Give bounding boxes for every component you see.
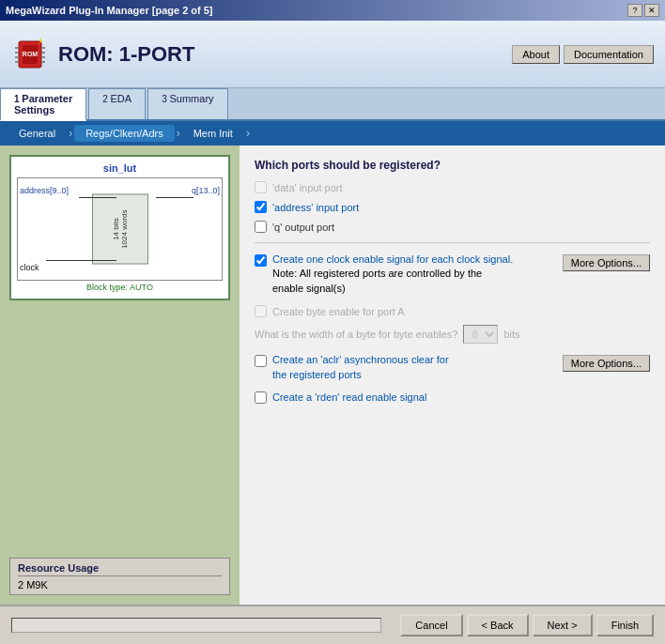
- clock-enable-row: Create one clock enable signal for each …: [255, 253, 553, 296]
- rden-checkbox[interactable]: [255, 391, 267, 404]
- cancel-button[interactable]: Cancel: [400, 614, 462, 636]
- q-port-checkbox[interactable]: [255, 221, 267, 233]
- rden-label: Create a 'rden' read enable signal: [272, 391, 426, 403]
- main-window: ROM ROM: 1-PORT About Documentation 1 Pa…: [0, 21, 665, 644]
- header-buttons: About Documentation: [512, 45, 654, 64]
- data-port-checkbox[interactable]: [255, 181, 267, 193]
- resource-value: 2 M9K: [18, 579, 222, 590]
- subtab-general[interactable]: General: [8, 125, 67, 142]
- page-title: ROM: 1-PORT: [58, 42, 194, 67]
- tabs-row1: 1 ParameterSettings 2 EDA 3 Summary: [0, 88, 665, 121]
- section-title: Which ports should be registered?: [255, 159, 650, 172]
- close-button[interactable]: ✕: [644, 4, 659, 17]
- clock-enable-left: Create one clock enable signal for each …: [255, 253, 553, 296]
- arrow-icon-3: ›: [246, 127, 250, 140]
- subtab-regs[interactable]: Regs/Clken/Adrs: [74, 125, 175, 142]
- title-bar: MegaWizard Plug-In Manager [page 2 of 5]…: [0, 0, 665, 21]
- aclr-line1: Create an 'aclr' asynchronous clear for: [272, 353, 449, 367]
- next-button[interactable]: Next >: [533, 614, 593, 636]
- byte-enable-label: Create byte enable for port A: [272, 306, 405, 317]
- data-port-label: 'data' input port: [272, 182, 343, 193]
- header: ROM ROM: 1-PORT About Documentation: [0, 21, 665, 88]
- clock-enable-checkbox[interactable]: [255, 254, 267, 267]
- scrollbar[interactable]: [11, 618, 381, 633]
- clock-signal: clock: [20, 263, 39, 272]
- tab2-num: 2: [102, 94, 110, 104]
- clock-enable-line1: Create one clock enable signal for each …: [272, 253, 513, 267]
- block-type-label: Block type: AUTO: [17, 283, 223, 292]
- tab-summary[interactable]: 3 Summary: [147, 88, 227, 119]
- content-area: sin_lut address[9..0] clock q[13..0] 14 …: [0, 146, 665, 605]
- help-button[interactable]: ?: [627, 4, 642, 17]
- address-signal: address[9..0]: [20, 186, 69, 195]
- byte-width-unit: bits: [503, 329, 519, 340]
- rom-icon: ROM: [11, 36, 49, 73]
- aclr-text: Create an 'aclr' asynchronous clear for …: [272, 353, 449, 382]
- footer-buttons: Cancel < Back Next > Finish: [400, 614, 654, 636]
- back-button[interactable]: < Back: [467, 614, 529, 636]
- header-left: ROM ROM: 1-PORT: [11, 36, 194, 73]
- aclr-left: Create an 'aclr' asynchronous clear for …: [255, 353, 553, 382]
- title-bar-buttons: ? ✕: [627, 4, 659, 17]
- clock-enable-text: Create one clock enable signal for each …: [272, 253, 513, 296]
- tab-eda[interactable]: 2 EDA: [88, 88, 146, 119]
- aclr-more-options-button[interactable]: More Options...: [563, 355, 650, 372]
- subtab-meminit[interactable]: Mem Init: [182, 125, 244, 142]
- tabs-row2: General › Regs/Clken/Adrs › Mem Init ›: [0, 121, 665, 146]
- address-port-label: 'address' input port: [272, 202, 359, 213]
- q-port-label: 'q' output port: [272, 222, 334, 233]
- subtab-meminit-label: Mem Init: [193, 128, 233, 139]
- title-bar-text: MegaWizard Plug-In Manager [page 2 of 5]: [6, 5, 213, 16]
- clock-enable-line3: enable signal(s): [272, 282, 513, 296]
- address-port-row: 'address' input port: [255, 201, 650, 213]
- about-button[interactable]: About: [512, 45, 560, 64]
- aclr-line2: the registered ports: [272, 368, 449, 382]
- tab3-num: 3: [162, 94, 169, 104]
- memory-block-label: 14 bits1024 words: [112, 209, 129, 248]
- right-panel: Which ports should be registered? 'data'…: [240, 146, 665, 605]
- arrow-icon-2: ›: [177, 127, 180, 140]
- aclr-section: Create an 'aclr' asynchronous clear for …: [255, 353, 650, 382]
- aclr-row: Create an 'aclr' asynchronous clear for …: [255, 353, 553, 382]
- circuit-diagram: sin_lut address[9..0] clock q[13..0] 14 …: [9, 155, 230, 300]
- aclr-checkbox[interactable]: [255, 355, 267, 367]
- byte-enable-row: Create byte enable for port A: [255, 305, 650, 317]
- address-port-checkbox[interactable]: [255, 201, 267, 213]
- q-signal: q[13..0]: [192, 186, 220, 195]
- byte-width-select[interactable]: 8: [463, 325, 498, 344]
- byte-width-label: What is the width of a byte for byte ena…: [255, 329, 457, 340]
- subtab-general-label: General: [19, 128, 55, 139]
- byte-enable-checkbox[interactable]: [255, 305, 267, 317]
- resource-usage-box: Resource Usage 2 M9K: [9, 558, 230, 595]
- tab-parameter-settings[interactable]: 1 ParameterSettings: [0, 88, 86, 121]
- footer: Cancel < Back Next > Finish: [0, 605, 665, 644]
- resource-title: Resource Usage: [18, 562, 222, 576]
- wire-q: [156, 197, 193, 198]
- circuit-inner: address[9..0] clock q[13..0] 14 bits1024…: [17, 177, 223, 281]
- finish-button[interactable]: Finish: [596, 614, 654, 636]
- subtab-regs-label: Regs/Clken/Adrs: [85, 128, 163, 139]
- divider-1: [255, 242, 650, 243]
- tab1-num: 1: [14, 94, 22, 104]
- data-port-row: 'data' input port: [255, 181, 650, 193]
- svg-text:ROM: ROM: [23, 51, 39, 57]
- spacer: [9, 308, 230, 550]
- clock-enable-line2: Note: All registered ports are controlle…: [272, 267, 513, 281]
- rden-row: Create a 'rden' read enable signal: [255, 391, 650, 404]
- left-panel: sin_lut address[9..0] clock q[13..0] 14 …: [0, 146, 240, 605]
- byte-width-row: What is the width of a byte for byte ena…: [255, 325, 650, 344]
- clock-more-options-button[interactable]: More Options...: [563, 254, 650, 271]
- circuit-module-name: sin_lut: [17, 162, 223, 174]
- clock-enable-section: Create one clock enable signal for each …: [255, 253, 650, 296]
- arrow-icon-1: ›: [69, 127, 72, 140]
- wire-clk: [46, 260, 116, 261]
- wire-addr: [79, 197, 116, 198]
- q-port-row: 'q' output port: [255, 221, 650, 233]
- documentation-button[interactable]: Documentation: [564, 45, 654, 64]
- memory-block: 14 bits1024 words: [92, 194, 148, 265]
